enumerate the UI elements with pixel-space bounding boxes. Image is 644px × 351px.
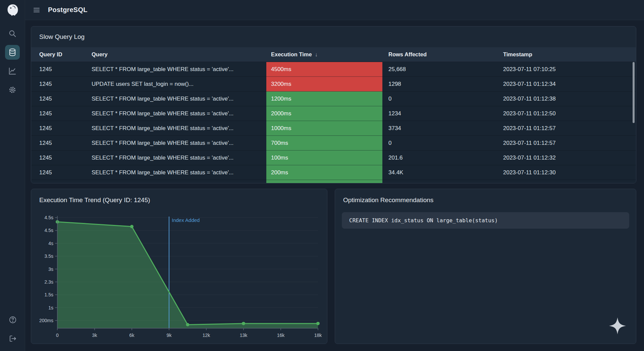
cell-timestamp: 2023-07-11 07:10:25 (503, 62, 636, 77)
column-header-rows-affected[interactable]: Rows Affected (382, 47, 503, 62)
cell-timestamp: 2023-07-11 01:12:50 (503, 106, 636, 121)
cell-execution-time: 2000ms (266, 106, 382, 121)
cell-query-id: 1245 (31, 92, 92, 106)
table-row[interactable]: 1245SELECT * FROM large_table WHERE stat… (31, 92, 636, 106)
trend-point (186, 323, 190, 326)
table-row[interactable]: 1245UPDATE users SET last_login = now().… (31, 77, 636, 92)
app-title: PostgreSQL (48, 6, 88, 14)
recommendations-title: Optimization Recommendations (335, 189, 636, 204)
column-header-label: Execution Time (271, 51, 312, 58)
cell-execution-time (266, 180, 382, 183)
execution-trend-panel: Execution Time Trend (Query ID: 1245) 4.… (31, 189, 327, 344)
cell-query-id: 1245 (31, 151, 92, 165)
cell-rows-affected: 0 (382, 92, 503, 106)
recommendation-code: CREATE INDEX idx_status ON large_table(s… (342, 212, 629, 229)
svg-text:200ms: 200ms (39, 318, 53, 323)
column-header-query[interactable]: Query (92, 47, 266, 62)
svg-text:4s: 4s (48, 241, 53, 246)
table-row[interactable]: 1245SELECT * FROM large_table WHERE stat… (31, 62, 636, 77)
cell-query: SELECT * FROM large_table WHERE status =… (92, 151, 266, 165)
cell-query-id: 1245 (31, 121, 92, 136)
cell-query: SELECT * FROM large_table WHERE status =… (92, 106, 266, 121)
gear-icon (8, 85, 17, 94)
cell-timestamp: 2023-07-11 01:12:34 (503, 77, 636, 92)
database-icon (8, 48, 17, 57)
postgresql-elephant-icon (6, 3, 19, 17)
menu-button[interactable] (33, 6, 41, 14)
svg-text:0: 0 (56, 333, 59, 338)
cell-rows-affected: 25,668 (382, 62, 503, 77)
sidebar-nav (0, 20, 25, 97)
sparkle-icon (608, 316, 627, 336)
svg-text:9k: 9k (167, 333, 172, 338)
table-row[interactable]: 1245SELECT * FROM large_table WHERE stat… (31, 121, 636, 136)
column-header-query-id[interactable]: Query ID (31, 47, 92, 62)
sidebar-item-analytics[interactable] (5, 64, 20, 78)
sidebar-item-database[interactable] (5, 45, 20, 60)
cell-rows-affected: 34.4K (382, 165, 503, 180)
svg-text:1.5s: 1.5s (45, 292, 53, 297)
recommendations-panel: Optimization Recommendations CREATE INDE… (335, 189, 636, 344)
search-icon (8, 29, 17, 38)
topbar: PostgreSQL (25, 0, 644, 20)
svg-text:13k: 13k (240, 333, 248, 338)
svg-text:6k: 6k (129, 333, 135, 338)
cell-query: SELECT * FROM large_table WHERE status =… (92, 165, 266, 180)
cell-query-id: 1245 (31, 106, 92, 121)
cell-rows-affected: 1234 (382, 106, 503, 121)
cell-query: SELECT * FROM large_table WHERE status =… (92, 62, 266, 77)
cell-query: SELECT * FROM large_table WHERE status =… (92, 136, 266, 151)
table-row[interactable]: 1245SELECT * FROM large_table WHERE stat… (31, 136, 636, 151)
svg-text:16k: 16k (277, 333, 285, 338)
query-table-body: 1245SELECT * FROM large_table WHERE stat… (31, 62, 636, 180)
sidebar (0, 0, 25, 351)
sidebar-item-help[interactable] (5, 312, 20, 327)
cell-query: UPDATE users SET last_login = now()... (92, 77, 266, 92)
cell-timestamp: 2023-07-11 01:12:57 (503, 121, 636, 136)
trend-point (242, 322, 245, 325)
line-chart-icon (8, 67, 17, 75)
table-header: Query ID Query Execution Time ↓ Rows Aff… (31, 47, 636, 62)
column-header-timestamp[interactable]: Timestamp (503, 47, 636, 62)
table-row[interactable]: 1245SELECT * FROM large_table WHERE stat… (31, 165, 636, 180)
cell-timestamp (503, 180, 636, 183)
cell-rows-affected (382, 180, 503, 183)
cell-query: SELECT * FROM large_table WHERE status =… (92, 92, 266, 106)
cell-execution-time: 3200ms (266, 77, 382, 92)
trend-panel-title: Execution Time Trend (Query ID: 1245) (31, 189, 327, 204)
cell-rows-affected: 0 (382, 136, 503, 151)
svg-text:4.5s: 4.5s (45, 215, 53, 220)
column-header-execution-time[interactable]: Execution Time ↓ (266, 47, 382, 62)
sidebar-item-settings[interactable] (5, 82, 20, 97)
cell-execution-time: 700ms (266, 136, 382, 151)
cell-execution-time: 4500ms (266, 62, 382, 77)
cell-timestamp: 2023-07-11 01:12:57 (503, 136, 636, 151)
svg-text:3s: 3s (48, 267, 53, 272)
cell-query-id: 1245 (31, 165, 92, 180)
index-added-label: Index Added (172, 217, 200, 223)
cell-query-id: 1245 (31, 77, 92, 92)
cell-query: SELECT * FROM large_table WHERE status =… (92, 121, 266, 136)
ai-assistant-button[interactable] (608, 316, 627, 336)
table-row[interactable]: 1245SELECT * FROM large_table WHERE stat… (31, 151, 636, 165)
table-scrollbar[interactable] (633, 62, 635, 123)
cell-query-id: 1245 (31, 136, 92, 151)
logout-icon (8, 334, 17, 343)
cell-query-id: 1245 (31, 62, 92, 77)
sidebar-item-search[interactable] (5, 26, 20, 41)
cell-execution-time: 200ms (266, 165, 382, 180)
cell-query-id (31, 180, 92, 183)
trend-area-fill (57, 222, 318, 328)
cell-timestamp: 2023-07-11 01:12:32 (503, 151, 636, 165)
slow-query-log-panel: Slow Query Log Query ID Query Execution … (31, 26, 636, 183)
cell-execution-time: 100ms (266, 151, 382, 165)
svg-text:4.5s: 4.5s (45, 228, 53, 233)
svg-text:1s: 1s (48, 305, 53, 310)
hamburger-icon (33, 6, 41, 14)
help-circle-icon (8, 315, 17, 324)
svg-text:12k: 12k (203, 333, 211, 338)
sidebar-item-logout[interactable] (5, 331, 20, 346)
table-row[interactable]: 1245SELECT * FROM large_table WHERE stat… (31, 106, 636, 121)
cell-rows-affected: 201.6 (382, 151, 503, 165)
cell-rows-affected: 3734 (382, 121, 503, 136)
